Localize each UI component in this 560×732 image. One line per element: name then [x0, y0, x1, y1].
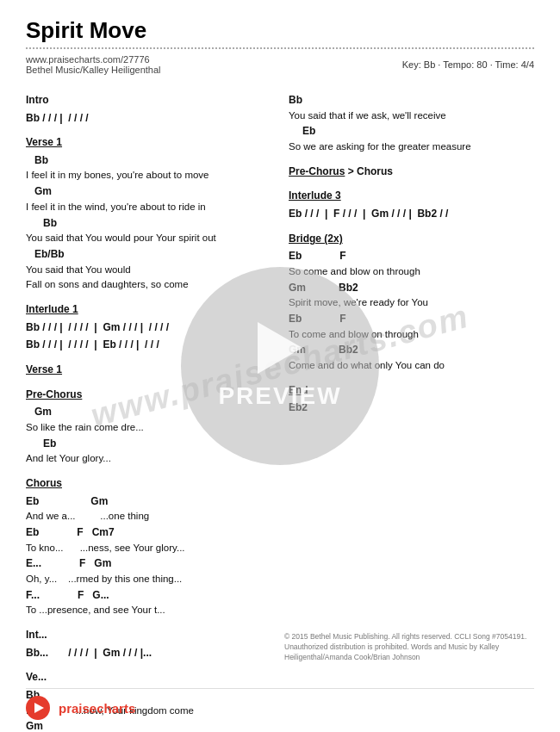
end-chord: Eb2 — [289, 400, 534, 416]
pc-chord2: Eb — [26, 436, 271, 452]
section-ve-label: Ve... — [26, 669, 271, 685]
int1-line2: Bb / / / | / / / / | Eb / / / | / / / — [26, 337, 271, 353]
rc-lyric1: You said that if we ask, we'll receive — [289, 109, 534, 124]
ch-chord1b: Gm — [90, 493, 108, 510]
br-lyric3: To come and blow on through — [289, 327, 534, 343]
ch-chord3a: E... — [26, 555, 41, 572]
v1-lyric4: You said that You would — [26, 263, 271, 278]
footer-play-icon — [34, 703, 44, 713]
footer-brand-prefix: pra — [59, 701, 78, 716]
section-end-label: End — [289, 382, 534, 399]
section-prechorus-label: Pre-Chorus — [26, 387, 271, 403]
ch-lyric4: To ...presence, and see Your t... — [26, 603, 271, 618]
copyright-text: © 2015 Bethel Music Publishing. All righ… — [284, 632, 534, 663]
br-chord1a: Eb — [289, 248, 302, 264]
section-interlude3-label: Interlude 3 — [289, 188, 534, 204]
rc-lyric2: So we are asking for the greater measure — [289, 140, 534, 155]
artist: Bethel Music/Kalley Heiligenthal — [26, 65, 161, 75]
ch-lyric2: To kno... ...ness, see Your glory... — [26, 541, 271, 556]
section-chorus-label: Chorus — [26, 475, 271, 492]
left-column: Intro Bb / / / | / / / / Verse 1 Bb I fe… — [26, 84, 271, 732]
br-chord3b: F — [339, 311, 345, 327]
meta-left: www.praisecharts.com/27776 Bethel Music/… — [26, 54, 161, 75]
footer-logo[interactable] — [26, 696, 50, 720]
v1-lyric1: I feel it in my bones, you're about to m… — [26, 168, 271, 183]
meta-row: www.praisecharts.com/27776 Bethel Music/… — [26, 54, 534, 75]
br-chord1b: F — [339, 248, 345, 264]
ch-chord4b: F G... — [78, 587, 109, 604]
int1-line1: Bb / / / | / / / / | Gm / / / | / / / / — [26, 319, 271, 336]
intro-chords: Bb / / / | / / / / — [26, 110, 271, 127]
section-prechorus-chorus-label: Pre-Chorus > Chorus — [289, 164, 534, 180]
pc-chord1: Gm — [26, 404, 271, 420]
v1-lyric2: I feel it in the wind, you're about to r… — [26, 200, 271, 215]
br-lyric2: Spirit move, we're ready for You — [289, 295, 534, 311]
pc-lyric1: So like the rain come dre... — [26, 420, 271, 436]
section-verse1-label: Verse 1 — [26, 134, 271, 151]
section-int2-label: Int... — [26, 627, 271, 643]
section-intro-label: Intro — [26, 92, 271, 109]
br-chord2b: Bb2 — [339, 280, 358, 296]
ch-lyric3: Oh, y... ...rmed by this one thing... — [26, 572, 271, 587]
br-chord2a: Gm — [289, 280, 306, 296]
int3-line: Eb / / / | F / / / | Gm / / / | Bb2 / / — [289, 206, 534, 222]
ch-chord4a: F... — [26, 587, 40, 604]
page-title: Spirit Move — [26, 17, 534, 44]
v1-chord1: Bb — [26, 152, 271, 169]
br-chord4b: Bb2 — [339, 342, 358, 358]
ch-chord1a: Eb — [26, 493, 39, 510]
footer-brand: praisecharts — [59, 701, 135, 716]
rc-chord-bb: Bb — [289, 92, 534, 109]
v1-chord2: Gm — [26, 183, 271, 200]
page: Spirit Move www.praisecharts.com/27776 B… — [0, 0, 560, 732]
copyright-block: © 2015 Bethel Music Publishing. All righ… — [284, 632, 534, 663]
rc-chord-eb: Eb — [289, 123, 534, 140]
ch-chord2a: Eb — [26, 524, 39, 541]
section-interlude1-label: Interlude 1 — [26, 301, 271, 318]
v1-lyric5: Fall on sons and daughters, so come — [26, 277, 271, 293]
footer-brand-suffix: secharts — [83, 701, 136, 716]
url: www.praisecharts.com/27776 — [26, 54, 161, 65]
section-verse1b-label: Verse 1 — [26, 362, 271, 378]
int2-line: Bb... / / / / | Gm / / / |... — [26, 645, 271, 661]
footer: praisecharts — [26, 688, 534, 720]
br-chord3a: Eb — [289, 311, 302, 327]
v1-chord3: Bb — [26, 215, 271, 232]
ve-chord2: Gm — [26, 718, 271, 732]
title-separator — [26, 47, 534, 49]
ch-chord2b: F Cm7 — [77, 524, 114, 541]
v1-lyric3: You said that You would pour Your spirit… — [26, 231, 271, 246]
key-tempo-time: Key: Bb · Tempo: 80 · Time: 4/4 — [402, 59, 534, 70]
ch-chord3b: F Gm — [79, 555, 111, 572]
br-lyric4: Come and do what only You can do — [289, 358, 534, 374]
v1-chord4: Eb/Bb — [26, 246, 271, 263]
ch-lyric1: And we a... ...one thing — [26, 509, 271, 524]
pc-lyric2: And let Your glory... — [26, 451, 271, 467]
br-chord4a: Gm — [289, 342, 306, 358]
section-bridge-label: Bridge (2x) — [289, 231, 534, 247]
br-lyric1: So come and blow on through — [289, 264, 534, 280]
